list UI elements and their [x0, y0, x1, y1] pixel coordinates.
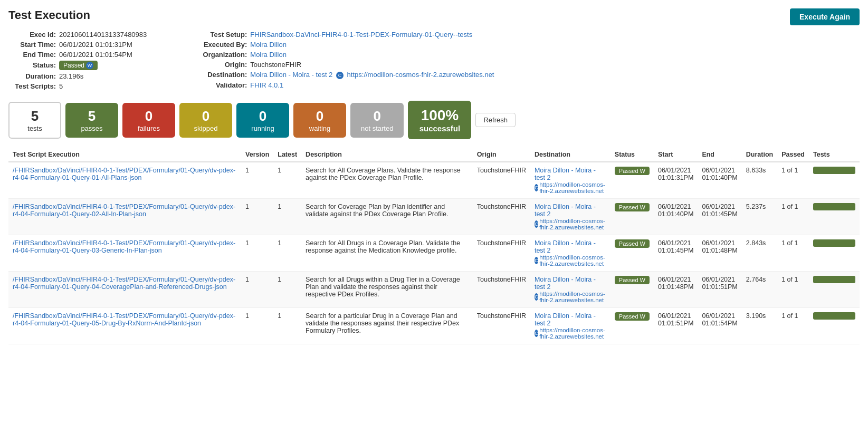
cell-end: 06/01/2021 01:01:45PM	[698, 199, 741, 235]
script-link[interactable]: /FHIRSandbox/DaVinci/FHIR4-0-1-Test/PDEX…	[13, 276, 235, 291]
table-row: /FHIRSandbox/DaVinci/FHIR4-0-1-Test/PDEX…	[8, 162, 860, 199]
w-icon: W	[640, 313, 645, 320]
status-label: Status:	[8, 61, 56, 69]
start-time-label: Start Time:	[8, 41, 56, 49]
dest-c-icon: C	[535, 220, 538, 228]
exec-id-label: Exec Id:	[8, 31, 56, 38]
script-link[interactable]: /FHIRSandbox/DaVinci/FHIR4-0-1-Test/PDEX…	[13, 203, 235, 218]
cell-destination: Moira Dillon - Moira - test 2 C https://…	[530, 308, 611, 344]
cell-version: 1	[241, 308, 273, 344]
test-setup-link[interactable]: FHIRSandbox-DaVinci-FHIR4-0-1-Test-PDEX-…	[250, 31, 472, 38]
cell-tests	[809, 162, 860, 199]
cell-start: 06/01/2021 01:01:31PM	[654, 162, 698, 199]
test-scripts-label: Test Scripts:	[8, 82, 56, 90]
status-badge: Passed W	[615, 167, 650, 175]
success-lbl: successful	[418, 124, 461, 133]
col-destination: Destination	[530, 148, 611, 162]
dest-url-link[interactable]: https://modillon-cosmos-fhir-2.azurewebs…	[539, 254, 606, 267]
cell-description: Search for all Drugs within a Drug Tier …	[301, 272, 473, 308]
dest-name-link[interactable]: Moira Dillon - Moira - test 2	[535, 203, 606, 218]
cell-origin: TouchstoneFHIR	[473, 199, 530, 235]
cell-status: Passed W	[611, 199, 654, 235]
dest-name-link[interactable]: Moira Dillon - Moira - test 2	[535, 239, 606, 254]
dest-url-link[interactable]: https://modillon-cosmos-fhir-2.azurewebs…	[539, 327, 606, 340]
col-tests: Tests	[809, 148, 860, 162]
progress-bar	[813, 203, 855, 210]
dest-url-link[interactable]: https://modillon-cosmos-fhir-2.azurewebs…	[539, 291, 606, 303]
cell-latest: 1	[273, 162, 301, 199]
cell-destination: Moira Dillon - Moira - test 2 C https://…	[530, 272, 611, 308]
execute-again-button[interactable]: Execute Again	[790, 8, 860, 25]
progress-bar-container	[813, 167, 855, 174]
destination-url-link[interactable]: https://modillon-cosmos-fhir-2.azurewebs…	[347, 71, 494, 79]
cell-start: 06/01/2021 01:01:45PM	[654, 235, 698, 272]
passes-num: 5	[76, 108, 108, 124]
script-link[interactable]: /FHIRSandbox/DaVinci/FHIR4-0-1-Test/PDEX…	[13, 167, 235, 181]
table-row: /FHIRSandbox/DaVinci/FHIR4-0-1-Test/PDEX…	[8, 235, 860, 272]
w-icon: W	[640, 240, 645, 247]
destination-name-link[interactable]: Moira Dillon - Moira - test 2	[250, 71, 332, 79]
script-link[interactable]: /FHIRSandbox/DaVinci/FHIR4-0-1-Test/PDEX…	[13, 239, 235, 254]
cell-duration: 2.764s	[742, 272, 777, 308]
passes-lbl: passes	[76, 124, 108, 132]
test-setup-label: Test Setup:	[189, 31, 247, 38]
dest-url-link[interactable]: https://modillon-cosmos-fhir-2.azurewebs…	[539, 218, 606, 230]
not-started-lbl: not started	[361, 124, 393, 132]
status-badge: Passed W	[615, 203, 650, 211]
status-badge: Passed W	[615, 312, 650, 321]
cell-duration: 2.843s	[742, 235, 777, 272]
cell-tests	[809, 199, 860, 235]
refresh-button[interactable]: Refresh	[475, 113, 516, 127]
failures-num: 0	[133, 108, 165, 124]
cell-version: 1	[241, 235, 273, 272]
tests-lbl: tests	[20, 124, 50, 132]
skipped-stat: 0 skipped	[179, 103, 232, 138]
tests-num: 5	[20, 108, 50, 124]
cell-passed: 1 of 1	[777, 308, 809, 344]
duration-label: Duration:	[8, 72, 56, 80]
status-value: Passed	[63, 62, 84, 69]
cell-end: 06/01/2021 01:01:48PM	[698, 235, 741, 272]
executed-by-label: Executed By:	[189, 41, 247, 49]
dest-name-link[interactable]: Moira Dillon - Moira - test 2	[535, 312, 606, 327]
dest-name-link[interactable]: Moira Dillon - Moira - test 2	[535, 276, 606, 291]
destination-value: Moira Dillon - Moira - test 2 C https://…	[250, 71, 494, 79]
cell-start: 06/01/2021 01:01:51PM	[654, 308, 698, 344]
page-title: Test Execution	[8, 8, 90, 22]
progress-bar-container	[813, 276, 855, 283]
dest-name-link[interactable]: Moira Dillon - Moira - test 2	[535, 167, 606, 181]
cell-tests	[809, 308, 860, 344]
script-link[interactable]: /FHIRSandbox/DaVinci/FHIR4-0-1-Test/PDEX…	[13, 312, 235, 327]
running-stat: 0 running	[236, 103, 289, 138]
cell-tests	[809, 272, 860, 308]
waiting-num: 0	[304, 108, 336, 124]
dest-c-icon: C	[535, 257, 538, 264]
organization-label: Organization:	[189, 51, 247, 59]
origin-value: TouchstoneFHIR	[250, 61, 301, 69]
skipped-num: 0	[190, 108, 222, 124]
cell-start: 06/01/2021 01:01:48PM	[654, 272, 698, 308]
executed-by-link[interactable]: Moira Dillon	[250, 41, 287, 49]
status-badge: Passed W	[59, 61, 98, 70]
validator-link[interactable]: FHIR 4.0.1	[250, 81, 283, 89]
validator-label: Validator:	[189, 81, 247, 89]
organization-link[interactable]: Moira Dillon	[250, 51, 287, 59]
running-num: 0	[247, 108, 279, 124]
cell-duration: 8.633s	[742, 162, 777, 199]
cell-description: Search for All Coverage Plans. Validate …	[301, 162, 473, 199]
failures-lbl: failures	[133, 124, 165, 132]
cell-description: Search for Coverage Plan by Plan identif…	[301, 199, 473, 235]
failures-stat: 0 failures	[122, 103, 175, 138]
cell-description: Search for a particular Drug in a Covera…	[301, 308, 473, 344]
cell-tests	[809, 235, 860, 272]
col-latest: Latest	[273, 148, 301, 162]
cell-end: 06/01/2021 01:01:51PM	[698, 272, 741, 308]
not-started-num: 0	[361, 108, 393, 124]
cell-destination: Moira Dillon - Moira - test 2 C https://…	[530, 162, 611, 199]
cell-passed: 1 of 1	[777, 235, 809, 272]
dest-url-link[interactable]: https://modillon-cosmos-fhir-2.azurewebs…	[539, 181, 606, 194]
progress-bar-container	[813, 312, 855, 320]
cell-latest: 1	[273, 308, 301, 344]
not-started-stat: 0 not started	[350, 103, 404, 138]
success-box: 100% successful	[408, 101, 471, 139]
